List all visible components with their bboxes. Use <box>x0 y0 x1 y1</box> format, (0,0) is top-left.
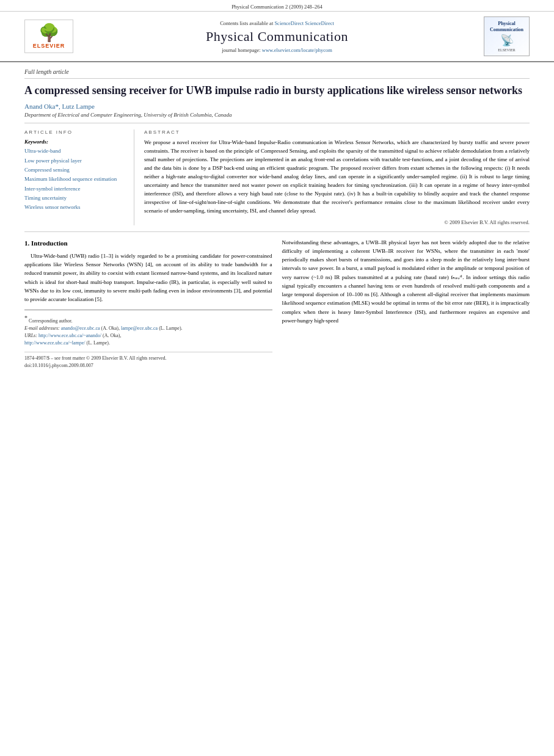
footnote-star: * <box>24 314 27 321</box>
journal-logo-title: PhysicalCommunication <box>490 21 523 32</box>
homepage-label: journal homepage: <box>222 47 261 53</box>
article-type: Full length article <box>24 68 530 79</box>
intro-left-para1: Ultra-Wide-band (UWB) radio [1–3] is wid… <box>24 252 272 303</box>
email-author2: (L. Lampe). <box>159 325 182 331</box>
contents-text: Contents lists available at <box>220 20 273 26</box>
keyword-4: Maximum likelihood sequence estimation <box>24 175 126 184</box>
elsevier-logo: 🌳 ELSEVIER <box>24 20 79 53</box>
keyword-6: Timing uncertainty <box>24 194 126 203</box>
url-line: URLs: http://www.ece.ubc.ca/~anando/ (A.… <box>24 332 272 340</box>
elsevier-tree-icon: 🌳 <box>38 24 60 42</box>
article-info-abstract: Article Info Keywords: Ultra-wide-band L… <box>24 129 530 231</box>
intro-number: 1. <box>24 239 29 247</box>
top-banner: 🌳 ELSEVIER Contents lists available at S… <box>0 12 554 62</box>
url2-author: (L. Lampe). <box>87 340 110 346</box>
elsevier-wordmark: ELSEVIER <box>33 43 65 49</box>
contents-line: Contents lists available at ScienceDirec… <box>79 20 475 26</box>
email-label: E-mail addresses: <box>24 325 60 331</box>
body-section: 1. Introduction Ultra-Wide-band (UWB) ra… <box>24 238 530 370</box>
keyword-1: Ultra-wide-band <box>24 147 126 156</box>
authors: Anand Oka*, Lutz Lampe <box>24 103 530 110</box>
article-content: Full length article A compressed sensing… <box>0 62 554 370</box>
email-lampe: lampe@ece.ubc.ca <box>121 325 158 331</box>
elsevier-logo-box: 🌳 ELSEVIER <box>24 20 73 53</box>
keywords-section: Keywords: Ultra-wide-band Low power phys… <box>24 139 126 212</box>
email-line: E-mail addresses: anando@ece.ubc.ca (A. … <box>24 325 272 332</box>
journal-logo-box: PhysicalCommunication 📡 ELSEVIER <box>484 16 530 56</box>
journal-header: Physical Communication 2 (2009) 248–264 <box>0 0 554 12</box>
page: Physical Communication 2 (2009) 248–264 … <box>0 0 554 756</box>
footnotes: * Corresponding author. E-mail addresses… <box>24 310 272 347</box>
intro-section-title: 1. Introduction <box>24 238 272 249</box>
journal-title: Physical Communication <box>79 29 475 45</box>
url1-author: (A. Oka), <box>103 333 121 338</box>
keywords-list: Ultra-wide-band Low power physical layer… <box>24 147 126 212</box>
journal-center: Contents lists available at ScienceDirec… <box>79 20 475 53</box>
abstract-column: Abstract We propose a novel receiver for… <box>144 129 530 225</box>
copyright-line: © 2009 Elsevier B.V. All rights reserved… <box>144 219 530 225</box>
homepage-link[interactable]: www.elsevier.com/locate/phycom <box>262 47 332 53</box>
url-label: URLs: <box>24 333 37 338</box>
sciencedirect-link-text[interactable]: ScienceDirect <box>305 20 334 26</box>
corresponding-text: Corresponding author. <box>29 318 73 324</box>
abstract-text: We propose a novel receiver for Ultra-Wi… <box>144 139 530 215</box>
url2-line: http://www.ece.ubc.ca/~lampe/ (L. Lampe)… <box>24 340 272 347</box>
intro-right-para1: Notwithstanding these advantages, a UWB–… <box>282 238 530 325</box>
email-author1: (A. Oka), <box>101 325 119 331</box>
journal-logo-subtitle: ELSEVIER <box>498 48 515 52</box>
body-left-col: 1. Introduction Ultra-Wide-band (UWB) ra… <box>24 238 272 370</box>
article-info-column: Article Info Keywords: Ultra-wide-band L… <box>24 129 134 225</box>
keyword-2: Low power physical layer <box>24 156 126 165</box>
email-values: anando@ece.ubc.ca <box>61 325 100 331</box>
affiliation: Department of Electrical and Computer En… <box>24 112 530 123</box>
url1-link[interactable]: http://www.ece.ubc.ca/~anando/ <box>38 333 101 338</box>
keyword-7: Wireless sensor networks <box>24 203 126 212</box>
sciencedirect-link[interactable]: ScienceDirect <box>274 20 304 26</box>
journal-logo-right: PhysicalCommunication 📡 ELSEVIER <box>475 16 530 56</box>
journal-logo-icon: 📡 <box>500 34 514 47</box>
footer: 1874-4907/$ – see front matter © 2009 El… <box>24 352 272 370</box>
keyword-3: Compressed sensing <box>24 165 126 175</box>
doi-line: doi:10.1016/j.phycom.2009.08.007 <box>24 362 272 369</box>
issn-line: 1874-4907/$ – see front matter © 2009 El… <box>24 355 272 362</box>
abstract-heading: Abstract <box>144 129 530 135</box>
journal-citation: Physical Communication 2 (2009) 248–264 <box>231 4 323 10</box>
keyword-5: Inter-symbol interference <box>24 184 126 194</box>
article-title: A compressed sensing receiver for UWB im… <box>24 84 530 98</box>
keywords-label: Keywords: <box>24 139 126 145</box>
body-right-col: Notwithstanding these advantages, a UWB–… <box>282 238 530 370</box>
journal-homepage: journal homepage: www.elsevier.com/locat… <box>79 47 475 53</box>
article-info-heading: Article Info <box>24 129 126 135</box>
intro-title: Introduction <box>31 239 68 247</box>
author-names: Anand Oka*, Lutz Lampe <box>24 103 95 110</box>
url2-link[interactable]: http://www.ece.ubc.ca/~lampe/ <box>24 340 86 346</box>
corresponding-label: * Corresponding author. <box>24 313 272 325</box>
